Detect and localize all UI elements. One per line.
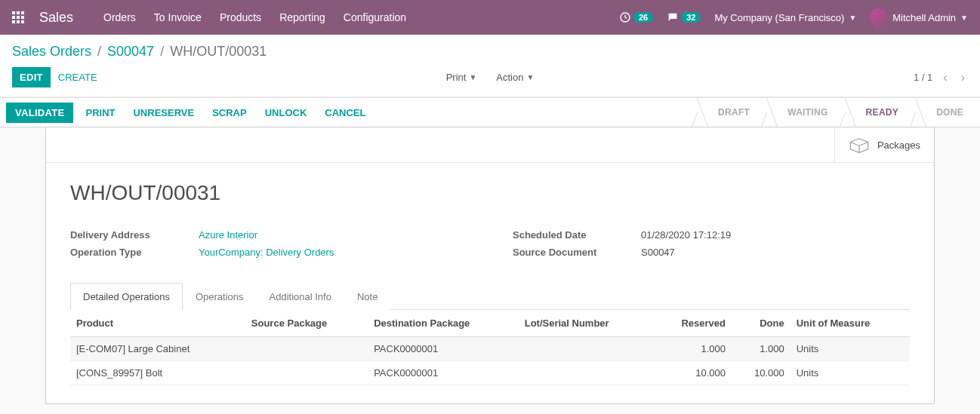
avatar — [870, 8, 888, 26]
tab-additional-info[interactable]: Additional Info — [257, 283, 344, 310]
menu-orders[interactable]: Orders — [103, 11, 136, 23]
form-sheet: Packages WH/OUT/00031 Delivery Address A… — [45, 127, 935, 404]
sheet-top-buttons: Packages — [46, 127, 934, 163]
tab-detailed-operations[interactable]: Detailed Operations — [70, 283, 183, 310]
statusbar-actions: VALIDATE PRINT UNRESERVE SCRAP UNLOCK CA… — [6, 98, 374, 127]
caret-down-icon: ▼ — [960, 14, 968, 22]
col-source-package: Source Package — [245, 310, 368, 337]
unlock-button[interactable]: UNLOCK — [256, 103, 316, 123]
col-product: Product — [70, 310, 245, 337]
field-col-right: Scheduled Date 01/28/2020 17:12:19 Sourc… — [513, 226, 910, 261]
form-sheet-wrap: Packages WH/OUT/00031 Delivery Address A… — [0, 127, 980, 414]
caret-down-icon: ▼ — [849, 14, 856, 22]
source-document-label: Source Document — [513, 247, 641, 258]
top-navbar: Sales Orders To Invoice Products Reporti… — [0, 0, 980, 35]
messages-indicator[interactable]: 32 — [667, 11, 701, 23]
breadcrumb-row: Sales Orders / S00047 / WH/OUT/00031 EDI… — [0, 35, 980, 97]
print-button[interactable]: PRINT — [76, 103, 124, 123]
activity-indicator[interactable]: 26 — [619, 11, 653, 23]
print-label: Print — [446, 72, 467, 83]
cell-uom: Units — [790, 337, 910, 361]
user-name: Mitchell Admin — [892, 12, 956, 23]
pager-next[interactable]: › — [958, 71, 968, 84]
breadcrumb-root[interactable]: Sales Orders — [12, 44, 91, 60]
operation-type-value[interactable]: YourCompany: Delivery Orders — [199, 247, 334, 258]
pager-prev[interactable]: ‹ — [940, 71, 950, 84]
app-brand[interactable]: Sales — [39, 10, 73, 26]
breadcrumb-parent[interactable]: S00047 — [107, 44, 154, 60]
tab-operations[interactable]: Operations — [183, 283, 257, 310]
status-step-done[interactable]: DONE — [915, 98, 980, 127]
cell-lot-serial — [519, 361, 653, 385]
col-reserved: Reserved — [653, 310, 732, 337]
field-delivery-address: Delivery Address Azure Interior — [70, 226, 467, 244]
status-step-waiting[interactable]: WAITING — [766, 98, 844, 127]
control-row: EDIT CREATE Print ▼ Action ▼ 1 / 1 ‹ › — [12, 60, 968, 97]
chat-icon — [667, 11, 679, 23]
validate-button[interactable]: VALIDATE — [6, 103, 73, 123]
col-destination-package: Destination Package — [368, 310, 519, 337]
packages-label: Packages — [877, 140, 920, 151]
print-dropdown[interactable]: Print ▼ — [446, 72, 477, 83]
cell-lot-serial — [519, 337, 653, 361]
operation-type-label: Operation Type — [70, 247, 199, 258]
field-source-document: Source Document S00047 — [513, 244, 910, 261]
field-scheduled-date: Scheduled Date 01/28/2020 17:12:19 — [513, 226, 910, 244]
pager: 1 / 1 ‹ › — [914, 71, 968, 84]
messages-count: 32 — [681, 12, 701, 23]
menu-reporting[interactable]: Reporting — [279, 11, 325, 23]
table-header-row: Product Source Package Destination Packa… — [70, 310, 910, 337]
unreserve-button[interactable]: UNRESERVE — [124, 103, 203, 123]
cell-done: 10.000 — [732, 361, 790, 385]
delivery-address-value[interactable]: Azure Interior — [199, 229, 257, 241]
packages-button[interactable]: Packages — [834, 127, 934, 162]
cell-product: [CONS_89957] Bolt — [70, 361, 245, 385]
status-step-draft[interactable]: DRAFT — [697, 98, 766, 127]
user-menu[interactable]: Mitchell Admin ▼ — [870, 8, 968, 26]
breadcrumb-sep: / — [97, 44, 101, 60]
top-menu: Orders To Invoice Products Reporting Con… — [103, 11, 619, 23]
status-steps: DRAFT WAITING READY DONE — [697, 98, 980, 127]
table-row[interactable]: [CONS_89957] BoltPACK000000110.00010.000… — [70, 361, 910, 385]
create-button[interactable]: CREATE — [51, 67, 105, 87]
tab-note[interactable]: Note — [344, 283, 390, 310]
sheet-body: WH/OUT/00031 Delivery Address Azure Inte… — [46, 163, 934, 403]
menu-to-invoice[interactable]: To Invoice — [154, 11, 202, 23]
table-row[interactable]: [E-COM07] Large CabinetPACK00000011.0001… — [70, 337, 910, 361]
cell-source-package — [245, 361, 368, 385]
status-bar: VALIDATE PRINT UNRESERVE SCRAP UNLOCK CA… — [0, 97, 980, 127]
sheet-tabs: Detailed Operations Operations Additiona… — [70, 282, 910, 310]
package-icon — [849, 136, 870, 153]
cell-destination-package: PACK0000001 — [368, 361, 519, 385]
scheduled-date-label: Scheduled Date — [513, 229, 641, 241]
company-name: My Company (San Francisco) — [714, 12, 844, 23]
cell-done: 1.000 — [732, 337, 790, 361]
cell-reserved: 1.000 — [653, 337, 732, 361]
cell-source-package — [245, 337, 368, 361]
operations-table: Product Source Package Destination Packa… — [70, 310, 910, 385]
cell-destination-package: PACK0000001 — [368, 337, 519, 361]
breadcrumb: Sales Orders / S00047 / WH/OUT/00031 — [12, 44, 968, 60]
cancel-button[interactable]: CANCEL — [316, 103, 374, 123]
field-groups: Delivery Address Azure Interior Operatio… — [70, 226, 910, 261]
source-document-value: S00047 — [641, 247, 675, 258]
col-uom: Unit of Measure — [790, 310, 910, 337]
status-step-ready[interactable]: READY — [845, 98, 916, 127]
action-label: Action — [496, 72, 523, 83]
col-lot-serial: Lot/Serial Number — [519, 310, 653, 337]
field-operation-type: Operation Type YourCompany: Delivery Ord… — [70, 244, 467, 261]
caret-down-icon: ▼ — [469, 73, 476, 81]
menu-configuration[interactable]: Configuration — [344, 11, 406, 23]
menu-products[interactable]: Products — [220, 11, 261, 23]
pager-text: 1 / 1 — [914, 72, 932, 83]
company-switcher[interactable]: My Company (San Francisco) ▼ — [714, 12, 856, 23]
cell-uom: Units — [790, 361, 910, 385]
col-done: Done — [732, 310, 790, 337]
action-dropdown[interactable]: Action ▼ — [496, 72, 534, 83]
scrap-button[interactable]: SCRAP — [203, 103, 256, 123]
apps-icon[interactable] — [12, 11, 24, 23]
scheduled-date-value: 01/28/2020 17:12:19 — [641, 229, 731, 241]
cell-product: [E-COM07] Large Cabinet — [70, 337, 245, 361]
edit-button[interactable]: EDIT — [12, 67, 51, 87]
delivery-address-label: Delivery Address — [70, 229, 199, 241]
